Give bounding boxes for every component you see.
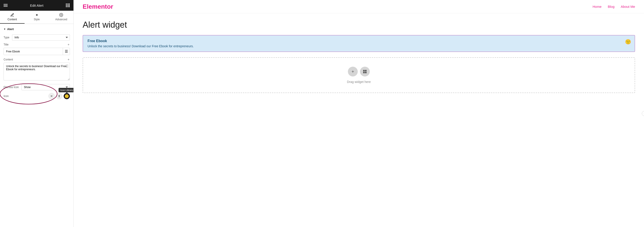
content-lines-btn[interactable]: ☰ bbox=[66, 64, 68, 68]
icon-section: Icon ✕ ⬆ 🙂 Icon Library bbox=[4, 93, 70, 105]
dismiss-control: Show Hide bbox=[22, 84, 70, 90]
add-template-btn[interactable] bbox=[360, 67, 370, 76]
tab-content[interactable]: Content bbox=[0, 11, 24, 24]
section-alert: ▼ Alert bbox=[4, 27, 70, 31]
page-title: Alert widget bbox=[82, 20, 635, 30]
drop-zone-buttons: + bbox=[348, 67, 370, 76]
alert-content: Unlock the secrets to business! Download… bbox=[88, 44, 626, 48]
title-input-wrapper: ☰ bbox=[4, 48, 70, 55]
nav-home[interactable]: Home bbox=[593, 5, 602, 8]
type-label: Type bbox=[4, 36, 10, 39]
panel-tabs: Content Style Advanced bbox=[0, 11, 74, 24]
drop-text: Drag widget here bbox=[347, 80, 371, 84]
dismiss-select[interactable]: Show Hide bbox=[22, 84, 70, 90]
icon-library-wrapper: 🙂 Icon Library bbox=[64, 93, 70, 99]
drop-zone: + Drag widget here bbox=[82, 57, 635, 93]
title-label: Title bbox=[4, 43, 8, 46]
content-dynamic-icon[interactable]: ✦ bbox=[67, 58, 70, 61]
hamburger-icon[interactable] bbox=[4, 4, 8, 7]
alert-dismiss-icon[interactable]: 🙂 bbox=[625, 39, 631, 45]
panel-content: ▼ Alert Type Info Success Warning Danger… bbox=[0, 24, 74, 227]
icon-clear-btn[interactable]: ✕ bbox=[48, 93, 55, 99]
title-lines-btn[interactable]: ☰ bbox=[63, 48, 70, 55]
nav-blog[interactable]: Blog bbox=[608, 5, 614, 8]
icon-upload-btn[interactable]: ⬆ bbox=[56, 93, 62, 99]
nav-about[interactable]: About Me bbox=[621, 5, 635, 8]
dismiss-label: Dismiss Icon bbox=[4, 86, 19, 89]
type-field-row: Type Info Success Warning Danger bbox=[4, 34, 70, 41]
collapse-arrow[interactable]: ▼ bbox=[4, 28, 6, 30]
content-textarea[interactable]: Unlock the secrets to business! Download… bbox=[4, 63, 70, 80]
svg-point-0 bbox=[36, 14, 38, 16]
icon-library-btn[interactable]: 🙂 bbox=[64, 93, 70, 99]
left-panel: Edit Alert Content Style Adva bbox=[0, 0, 74, 227]
icon-field-row: Icon ✕ ⬆ 🙂 Icon Library bbox=[4, 93, 70, 99]
panel-title: Edit Alert bbox=[30, 3, 43, 7]
page-content: Alert widget Free Ebook Unlock the secre… bbox=[74, 13, 644, 227]
grid-icon[interactable] bbox=[66, 3, 70, 7]
icon-controls: ✕ ⬆ 🙂 Icon Library bbox=[48, 93, 70, 99]
alert-title: Free Ebook bbox=[88, 39, 626, 43]
tab-advanced[interactable]: Advanced bbox=[49, 11, 74, 24]
tab-style[interactable]: Style bbox=[24, 11, 49, 24]
content-label: Content bbox=[4, 58, 13, 61]
panel-header: Edit Alert bbox=[0, 0, 74, 11]
title-field-row: Title ✦ bbox=[4, 43, 70, 46]
content-field-row: Content ✦ bbox=[4, 58, 70, 61]
type-select[interactable]: Info Success Warning Danger bbox=[12, 34, 70, 41]
title-input[interactable] bbox=[4, 49, 63, 54]
type-control: Info Success Warning Danger bbox=[12, 34, 70, 41]
top-nav: Elementor Home Blog About Me bbox=[74, 0, 644, 13]
title-dynamic-icon[interactable]: ✦ bbox=[67, 43, 70, 46]
brand-logo: Elementor bbox=[82, 3, 113, 10]
alert-widget: Free Ebook Unlock the secrets to busines… bbox=[82, 35, 635, 52]
svg-point-1 bbox=[61, 14, 62, 16]
nav-links: Home Blog About Me bbox=[593, 5, 635, 8]
dismiss-field-row: Dismiss Icon Show Hide bbox=[4, 84, 70, 90]
icon-label: Icon bbox=[4, 95, 9, 98]
add-widget-btn[interactable]: + bbox=[348, 67, 358, 76]
main-area: Elementor Home Blog About Me Alert widge… bbox=[74, 0, 644, 227]
content-textarea-wrapper: Unlock the secrets to business! Download… bbox=[4, 63, 70, 81]
